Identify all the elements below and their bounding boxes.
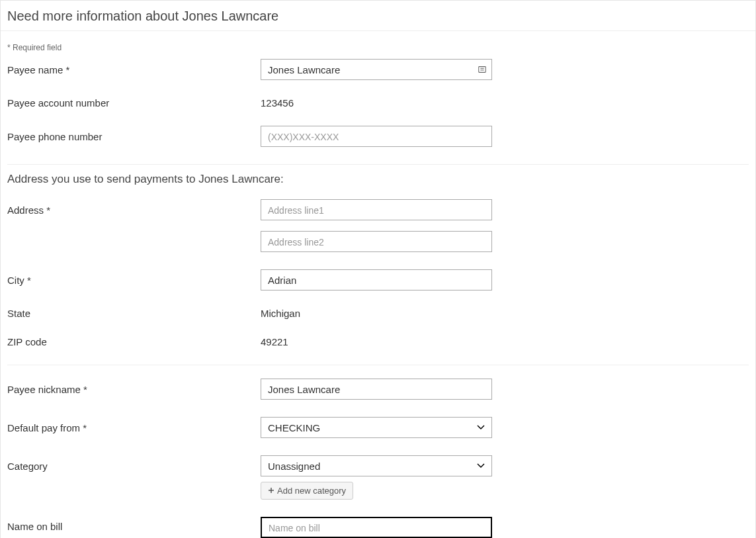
divider (7, 164, 749, 165)
divider (7, 365, 749, 365)
state-value: Michigan (261, 308, 749, 319)
default-pay-row: Default pay from * CHECKING (7, 417, 749, 438)
nickname-label: Payee nickname * (7, 384, 261, 395)
phone-label: Payee phone number (7, 131, 261, 142)
nickname-input[interactable] (261, 379, 492, 400)
add-category-label: Add new category (277, 486, 346, 496)
address-line2-row (7, 231, 749, 252)
payee-info-section: * Required field Payee name * Payee (1, 31, 755, 164)
payee-form-container: Need more information about Jones Lawnca… (0, 0, 756, 538)
state-row: State Michigan (7, 308, 749, 319)
add-category-button[interactable]: Add new category (261, 482, 353, 500)
category-select[interactable]: Unassigned (261, 455, 492, 476)
state-label: State (7, 308, 261, 319)
name-on-bill-input[interactable] (261, 517, 492, 538)
default-pay-label: Default pay from * (7, 422, 261, 433)
zip-value: 49221 (261, 336, 749, 347)
default-pay-select[interactable]: CHECKING (261, 417, 492, 438)
address-label: Address * (7, 204, 261, 216)
account-number-label: Payee account number (7, 97, 261, 109)
nickname-row: Payee nickname * (7, 379, 749, 400)
category-label: Category (7, 461, 261, 472)
zip-row: ZIP code 49221 (7, 336, 749, 347)
add-category-row: Add new category (7, 482, 749, 500)
required-field-note: * Required field (7, 43, 749, 52)
category-row: Category Unassigned (7, 455, 749, 476)
form-header: Need more information about Jones Lawnca… (1, 1, 755, 31)
bottom-section: Payee nickname * Default pay from * CHEC… (1, 373, 755, 538)
payee-name-label: Payee name * (7, 64, 261, 75)
city-label: City * (7, 275, 261, 286)
address-section: Address * City * State Michigan ZIP code… (1, 199, 755, 365)
name-on-bill-row: Name on bill (Name as it appears on the … (7, 517, 749, 538)
payee-name-row: Payee name * (7, 59, 749, 80)
name-on-bill-label: Name on bill (7, 517, 261, 532)
address-section-heading: Address you use to send payments to Jone… (7, 173, 749, 186)
address-row: Address * (7, 199, 749, 220)
plus-icon (268, 486, 274, 496)
address-line1-input[interactable] (261, 199, 492, 220)
city-input[interactable] (261, 269, 492, 291)
payee-name-input[interactable] (261, 59, 492, 80)
phone-row: Payee phone number (7, 126, 749, 147)
zip-label: ZIP code (7, 336, 261, 347)
phone-input[interactable] (261, 126, 492, 147)
account-number-value: 123456 (261, 97, 749, 109)
page-title: Need more information about Jones Lawnca… (7, 9, 749, 24)
city-row: City * (7, 269, 749, 291)
account-number-row: Payee account number 123456 (7, 97, 749, 109)
address-line2-input[interactable] (261, 231, 492, 252)
